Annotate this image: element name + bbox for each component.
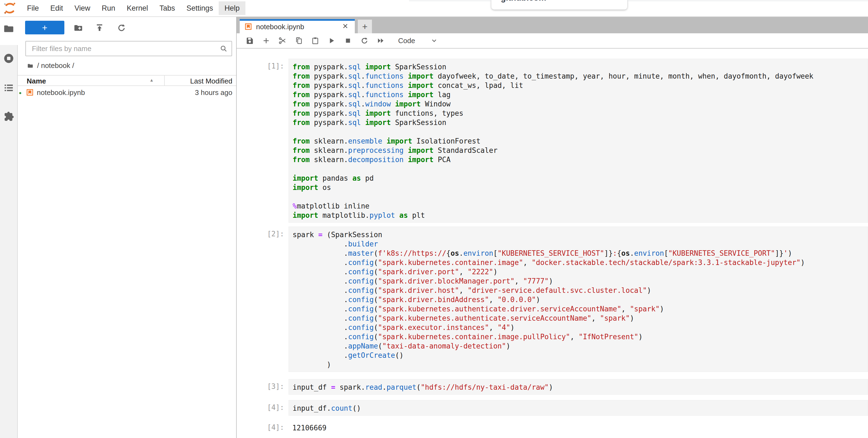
restart-run-all-button[interactable] [375,34,386,47]
refresh-icon [117,23,126,32]
input-prompt: [1]: [237,59,288,223]
plus-icon: + [42,22,48,33]
toc-icon [3,82,14,94]
upload-icon [95,23,104,32]
file-filter-box [25,41,232,56]
github-popup: github.com [491,0,627,9]
menu-item-view[interactable]: View [69,1,96,15]
menu-item-kernel[interactable]: Kernel [121,1,154,15]
save-icon [246,36,254,45]
code-cell: [4]:input_df.count() [237,400,868,416]
column-header-modified[interactable]: Last Modified [190,77,232,85]
chevron-down-icon [431,37,437,44]
breadcrumb[interactable]: / notebook / [27,61,74,70]
notebook-toolbar: Code [237,33,868,49]
dock-tab-bar: notebook.ipynb ✕ + [237,17,868,33]
new-launcher-button[interactable]: + [25,21,64,34]
extensions-icon [3,111,14,123]
column-divider [164,76,165,85]
new-folder-icon [74,23,83,32]
breadcrumb-path: / notebook / [37,61,74,70]
run-icon [328,36,336,45]
tab-notebook[interactable]: notebook.ipynb ✕ [240,19,355,33]
fast-forward-icon [377,36,385,45]
refresh-button[interactable] [115,22,127,34]
menubar-items: FileEditViewRunKernelTabsSettingsHelp [21,0,245,17]
menubar: FileEditViewRunKernelTabsSettingsHelp [0,0,868,17]
active-tab-indicator [240,19,355,21]
running-icon [3,53,14,65]
code-cell: [1]:from pyspark.sql import SparkSession… [237,59,868,223]
menu-item-run[interactable]: Run [96,1,121,15]
restart-kernel-button[interactable] [359,34,370,47]
cell-editor[interactable]: from pyspark.sql import SparkSessionfrom… [288,59,868,223]
sort-ascending-icon: ▲ [149,78,154,83]
cell-output: 12106669 [288,420,868,435]
add-cell-button[interactable] [261,34,272,47]
file-browser-panel: + [18,17,236,438]
input-prompt: [2]: [237,227,288,372]
file-name: notebook.ipynb [37,88,85,97]
restart-icon [360,36,368,45]
plus-icon: + [362,21,368,32]
file-list-header: Name ▲ Last Modified [18,75,236,86]
upload-button[interactable] [94,22,105,34]
copy-icon [295,36,303,45]
cell-editor[interactable]: spark = (SparkSession .builder .master(f… [288,227,868,372]
menu-item-file[interactable]: File [21,1,45,15]
input-prompt: [3]: [237,379,288,395]
sidebar-tab-table-of-contents[interactable] [3,83,14,94]
new-folder-button[interactable] [72,22,84,34]
main-area: notebook.ipynb ✕ + [237,17,868,438]
file-filter-input[interactable] [32,41,212,56]
sidebar-tab-extension-manager[interactable] [3,111,14,122]
notebook-scroll-area[interactable]: [1]:from pyspark.sql import SparkSession… [237,49,868,438]
cut-cells-button[interactable] [277,34,288,47]
interrupt-kernel-button[interactable] [342,34,353,47]
cell-editor[interactable]: input_df = spark.read.parquet("hdfs://hd… [288,379,868,395]
paste-icon [311,36,319,45]
code-cell: [2]:spark = (SparkSession .builder .mast… [237,227,868,372]
cell-type-dropdown[interactable]: Code [398,36,437,45]
file-row[interactable]: ●notebook.ipynb3 hours ago [18,87,236,99]
folder-icon [27,63,34,69]
sidebar-tab-running-sessions[interactable] [3,53,14,65]
scissors-icon [278,36,287,45]
cell-editor[interactable]: input_df.count() [288,400,868,416]
tab-label: notebook.ipynb [256,23,304,31]
save-button[interactable] [244,34,255,47]
menu-item-tabs[interactable]: Tabs [154,1,181,15]
stop-icon [344,36,352,45]
paste-cells-button[interactable] [310,34,321,47]
code-cell: [3]:input_df = spark.read.parquet("hdfs:… [237,379,868,395]
notebook-file-icon [26,89,34,96]
menu-item-help[interactable]: Help [219,1,245,15]
cell-type-value: Code [398,36,415,45]
search-icon [219,45,228,53]
output-cell: [4]:12106669 [237,420,868,435]
close-icon[interactable]: ✕ [342,22,348,31]
menu-item-settings[interactable]: Settings [181,1,219,15]
output-prompt: [4]: [237,420,288,435]
left-activity-bar [0,17,18,438]
jupyterlab-window: FileEditViewRunKernelTabsSettingsHelp gi… [0,0,868,438]
notebook-file-icon [245,23,252,30]
github-popup-text: github.com [501,0,546,3]
new-tab-button[interactable]: + [358,20,372,33]
run-cell-button[interactable] [326,34,337,47]
add-icon [262,36,270,45]
input-prompt: [4]: [237,400,288,416]
menu-item-edit[interactable]: Edit [45,1,69,15]
file-modified: 3 hours ago [195,88,232,97]
file-list: ●notebook.ipynb3 hours ago [18,87,236,99]
copy-cells-button[interactable] [293,34,304,47]
kernel-running-dot: ● [19,90,22,96]
jupyter-logo-icon [3,2,17,15]
folder-icon [3,23,14,35]
top-hairline [409,1,868,1]
column-header-name[interactable]: Name [27,77,46,85]
sidebar-tab-file-browser[interactable] [3,24,14,35]
